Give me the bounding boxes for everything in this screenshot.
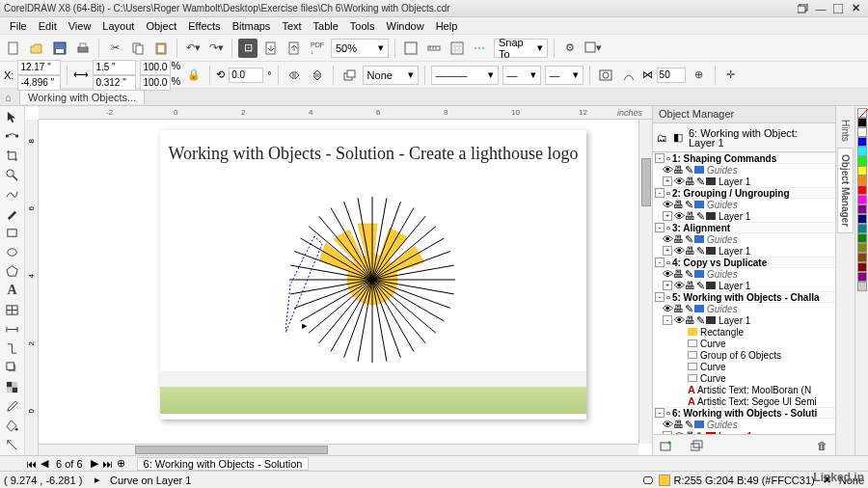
document-tab[interactable]: ⌂Working with Objects... [19, 90, 145, 104]
polygon-tool[interactable] [4, 262, 21, 280]
menu-tools[interactable]: Tools [344, 20, 381, 32]
w-input[interactable] [93, 60, 136, 75]
guides-node[interactable]: 👁🖶✎Guides [653, 199, 835, 210]
freehand-tool[interactable] [4, 185, 21, 203]
table-tool[interactable] [4, 301, 21, 318]
mirror-v-btn[interactable] [308, 66, 327, 85]
grid-btn[interactable] [448, 39, 467, 58]
mirror-h-btn[interactable] [285, 66, 304, 85]
guides-node[interactable]: 👁🖶✎Guides [653, 419, 835, 430]
fullscreen-btn[interactable] [401, 39, 420, 58]
save-btn[interactable] [50, 39, 69, 58]
layer-node[interactable]: +👁🖶✎Layer 1 [653, 245, 835, 257]
sy-input[interactable] [140, 75, 171, 91]
publish-pdf-btn[interactable]: PDF↓ [308, 39, 327, 58]
zoom-tool[interactable] [4, 166, 21, 183]
menu-edit[interactable]: Edit [33, 20, 63, 32]
shape-tool[interactable] [4, 127, 21, 145]
object-node[interactable]: Group of 6 Objects [653, 349, 835, 361]
options-btn[interactable]: ⚙ [560, 39, 580, 58]
object-node[interactable]: Rectangle [653, 326, 835, 338]
canvas-scroll-h[interactable] [39, 444, 638, 455]
color-swatch[interactable] [857, 233, 867, 243]
menu-file[interactable]: File [4, 20, 33, 32]
dimension-tool[interactable] [4, 320, 21, 338]
first-page-btn[interactable]: ⏮ [25, 458, 37, 470]
pick-tool[interactable] [4, 108, 21, 125]
start-arrow-select[interactable]: —▾ [502, 66, 541, 85]
object-node[interactable]: Curve [653, 361, 835, 372]
color-swatch[interactable] [857, 224, 867, 233]
color-swatch[interactable] [857, 243, 867, 253]
outline-tool[interactable] [4, 436, 21, 453]
h-input[interactable] [93, 75, 136, 91]
drop-shadow-tool[interactable] [4, 359, 21, 376]
lock-ratio-btn[interactable]: 🔒 [184, 66, 203, 85]
object-node[interactable]: AArtistic Text: MoolBoran (N [653, 384, 835, 395]
close-btn[interactable]: ✕ [847, 2, 864, 15]
open-btn[interactable] [27, 39, 46, 58]
guides-btn[interactable] [471, 39, 490, 58]
order-btn[interactable] [339, 66, 359, 85]
menu-view[interactable]: View [63, 20, 97, 32]
crop-tool[interactable] [4, 147, 21, 164]
page-tab[interactable]: 6: Working with Objects - Solution [137, 457, 310, 471]
color-swatch[interactable] [857, 204, 867, 214]
x-input[interactable] [17, 60, 61, 75]
layer-node[interactable]: -👁🖶✎Layer 1 [653, 314, 835, 326]
new-layer-btn[interactable] [657, 436, 676, 455]
connector-tool[interactable] [4, 339, 21, 357]
print-btn[interactable] [73, 39, 93, 58]
restore-down-btn[interactable] [795, 2, 812, 15]
layer-manager-icon[interactable]: 🗂 [657, 132, 667, 144]
color-swatch[interactable] [857, 282, 867, 291]
canvas-scroll-v[interactable] [638, 120, 652, 444]
launch-btn[interactable]: ▾ [583, 39, 603, 58]
page-node[interactable]: -▫6: Working with Objects - Soluti [653, 407, 835, 419]
wrap-btn[interactable] [596, 66, 615, 85]
color-swatch[interactable] [857, 137, 867, 147]
color-swatch[interactable] [857, 195, 867, 204]
y-input[interactable] [17, 75, 61, 91]
add-page-btn[interactable]: ⊕ [116, 457, 127, 470]
object-node[interactable]: Curve [653, 372, 835, 384]
segments-input[interactable] [657, 68, 686, 83]
redo-btn[interactable]: ↷▾ [206, 39, 226, 58]
text-tool[interactable]: A [4, 282, 21, 299]
color-swatch[interactable] [857, 253, 867, 262]
snap-select[interactable]: Snap To▾ [494, 39, 548, 58]
guides-node[interactable]: 👁🖶✎Guides [653, 303, 835, 314]
menu-object[interactable]: Object [140, 20, 182, 32]
outline-width-select[interactable]: None▾ [363, 66, 419, 85]
menu-table[interactable]: Table [308, 20, 344, 32]
color-swatch[interactable] [857, 176, 867, 185]
color-swatch[interactable] [857, 214, 867, 224]
object-node[interactable]: AArtistic Text: Segoe UI Semi [653, 395, 835, 407]
home-icon[interactable]: ⌂ [5, 92, 12, 103]
last-page-btn[interactable]: ⏭ [102, 458, 114, 470]
view-icon[interactable]: ◧ [673, 131, 683, 144]
delete-layer-btn[interactable]: 🗑 [812, 436, 831, 455]
next-page-btn[interactable]: ▶ [89, 457, 100, 470]
rectangle-tool[interactable] [4, 224, 21, 241]
menu-text[interactable]: Text [276, 20, 307, 32]
end-arrow-select[interactable]: —▾ [545, 66, 583, 85]
prev-page-btn[interactable]: ◀ [39, 457, 50, 470]
object-manager-tab[interactable]: Object Manager [837, 148, 854, 233]
page-node[interactable]: -▫5: Working with Objects - Challa [653, 291, 835, 303]
guides-node[interactable]: 👁🖶✎Guides [653, 164, 835, 176]
color-swatch[interactable] [857, 118, 867, 127]
line-style-select[interactable]: ———▾ [431, 66, 499, 85]
zoom-select[interactable]: 50%▾ [331, 39, 389, 58]
color-proof-icon[interactable]: 🖵 [642, 474, 653, 486]
no-color-swatch[interactable] [857, 108, 867, 118]
reduce-nodes-btn[interactable]: ⊕ [690, 66, 709, 85]
color-swatch[interactable] [857, 166, 867, 176]
menu-window[interactable]: Window [381, 20, 430, 32]
export-btn[interactable] [285, 39, 304, 58]
rulers-btn[interactable] [424, 39, 444, 58]
page-node[interactable]: -▫3: Alignment [653, 222, 835, 233]
rotation-input[interactable] [229, 68, 263, 83]
guides-node[interactable]: 👁🖶✎Guides [653, 268, 835, 280]
close-curve-btn[interactable] [619, 66, 638, 85]
